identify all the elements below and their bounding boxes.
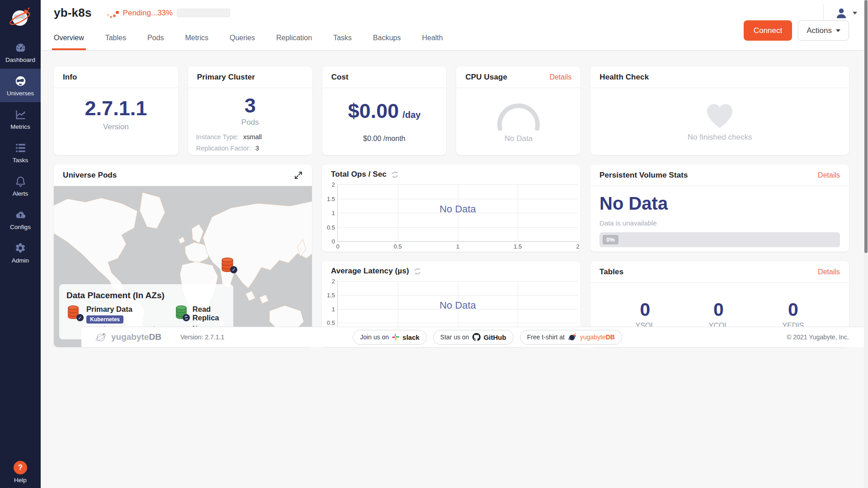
total-ops-plot: 2 1.5 1 0.5 0 0 0.5 1 1.5 2 No Data — [337, 184, 578, 242]
actions-dropdown-button[interactable]: Actions — [798, 20, 849, 41]
sidebar-item-label: Alerts — [13, 190, 28, 197]
overview-content: Info 2.7.1.1 Version Primary Cluster 3 P… — [41, 51, 868, 347]
yugabyte-footer-logo-icon — [94, 331, 107, 343]
pending-label: Pending...33% — [123, 9, 173, 18]
universe-tabs: Overview Tables Pods Metrics Queries Rep… — [41, 26, 868, 51]
main-area: yb-k8s Pending...33% Overview Tables Pod… — [41, 0, 868, 347]
sidebar-item-label: Dashboard — [5, 56, 35, 63]
globe-icon — [14, 75, 27, 87]
refresh-icon[interactable] — [391, 171, 399, 178]
slack-icon — [392, 333, 399, 341]
yugabyte-logo[interactable] — [0, 0, 41, 35]
version-label: Version — [103, 122, 129, 131]
tab-pods[interactable]: Pods — [147, 26, 164, 50]
gear-icon — [14, 242, 26, 254]
tab-health[interactable]: Health — [422, 26, 443, 50]
card-title: Persistent Volume Stats — [599, 171, 688, 180]
tab-queries[interactable]: Queries — [230, 26, 255, 50]
task-list-icon — [14, 141, 27, 154]
pending-status: Pending...33% — [106, 7, 231, 19]
sidebar-item-label: Admin — [12, 257, 29, 264]
card-title: Tables — [599, 267, 623, 277]
tab-replication[interactable]: Replication — [276, 26, 312, 50]
heart-icon — [704, 101, 736, 129]
card-title: Health Check — [599, 73, 649, 82]
instance-type-row: Instance Type: xsmall — [196, 133, 304, 141]
tab-metrics[interactable]: Metrics — [185, 26, 208, 50]
footer: yugabyteDB Version: 2.7.1.1 Join us on s… — [81, 327, 868, 347]
actions-caret-icon — [836, 29, 840, 32]
chart-title: Average Latency (µs) — [331, 267, 409, 276]
refresh-icon[interactable] — [414, 267, 421, 275]
vertical-scrollbar[interactable] — [864, 0, 868, 488]
user-avatar-icon[interactable] — [835, 6, 848, 20]
connect-button[interactable]: Connect — [744, 20, 792, 41]
dashboard-gauge-icon — [14, 41, 27, 54]
cost-per-month: $0.00 /month — [363, 135, 405, 143]
slack-badge[interactable]: Join us on slack — [353, 330, 426, 345]
sidebar-item-configs[interactable]: Configs — [0, 202, 41, 236]
kubernetes-badge: Kubernetes — [86, 315, 123, 324]
pending-progress-bar — [177, 9, 230, 17]
chart-no-data-text: No Data — [439, 203, 476, 215]
cloud-upload-icon — [14, 208, 27, 221]
primary-data-label: Primary Data — [86, 305, 158, 314]
footer-copyright: © 2021 Yugabyte, Inc. — [787, 333, 849, 341]
persistent-volume-card: Persistent Volume Stats Details No Data … — [590, 164, 849, 252]
yedis-stat: 0 YEDIS — [782, 300, 804, 330]
cpu-usage-card: CPU Usage Details No Data — [456, 66, 580, 155]
tab-backups[interactable]: Backups — [373, 26, 401, 50]
sidebar-item-universes[interactable]: Universes — [0, 69, 41, 102]
planet-rocket-logo-icon — [8, 5, 33, 30]
ysql-stat: 0 YSQL — [636, 300, 655, 330]
pod-map-marker[interactable]: ✓ — [220, 257, 236, 273]
sidebar-item-label: Tasks — [13, 157, 28, 164]
tab-tasks[interactable]: Tasks — [333, 26, 352, 50]
github-icon — [472, 333, 481, 341]
sidebar-item-metrics[interactable]: Metrics — [0, 102, 41, 136]
bell-icon — [14, 175, 27, 188]
card-title: Cost — [331, 73, 349, 82]
tab-overview[interactable]: Overview — [54, 26, 84, 50]
sync-badge-icon — [183, 314, 190, 321]
chart-title: Total Ops / Sec — [331, 170, 387, 179]
actions-label: Actions — [807, 26, 832, 35]
header-divider — [823, 4, 824, 22]
user-menu-caret-icon[interactable] — [853, 12, 857, 14]
cpu-gauge-icon — [494, 103, 543, 131]
expand-icon[interactable] — [294, 171, 303, 180]
tables-details-link[interactable]: Details — [818, 268, 840, 276]
loading-dots-icon — [106, 7, 119, 19]
replication-factor-row: Replication Factor: 3 — [196, 145, 304, 152]
volume-unavailable-text: Data is unavailable — [599, 219, 840, 227]
scrollbar-thumb[interactable] — [864, 0, 868, 253]
sidebar-item-admin[interactable]: Admin — [0, 236, 41, 269]
card-title: Info — [63, 73, 77, 82]
line-chart-icon — [14, 108, 27, 121]
chart-no-data-text: No Data — [439, 300, 476, 311]
data-placement-title: Data Placement (In AZs) — [66, 291, 226, 300]
yugabyte-badge-logo-icon — [568, 333, 577, 342]
universe-title: yb-k8s — [54, 6, 92, 20]
check-badge-icon: ✓ — [76, 314, 84, 321]
github-badge[interactable]: Star us on GitHub — [433, 330, 514, 345]
sidebar-item-label: Configs — [10, 224, 31, 230]
sidebar-item-tasks[interactable]: Tasks — [0, 136, 41, 169]
pods-label: Pods — [241, 118, 259, 127]
cpu-details-link[interactable]: Details — [549, 73, 571, 81]
volume-no-data-text: No Data — [599, 193, 840, 214]
card-title: Universe Pods — [63, 171, 117, 180]
cost-per-day-unit: /day — [402, 110, 420, 120]
sidebar-item-help[interactable]: ? Help — [0, 461, 41, 483]
tab-tables[interactable]: Tables — [105, 26, 126, 50]
volume-details-link[interactable]: Details — [818, 171, 840, 179]
tshirt-badge[interactable]: Free t-shirt at yugabyteDB — [520, 330, 622, 345]
footer-brand: yugabyteDB — [94, 331, 161, 343]
total-ops-chart-card: Total Ops / Sec 2 1.5 1 0.5 0 0 0.5 1 — [322, 164, 580, 252]
sidebar-item-label: Metrics — [10, 123, 30, 130]
health-check-card: Health Check No finished checks — [590, 66, 849, 155]
card-title: Primary Cluster — [197, 73, 255, 82]
sidebar-item-alerts[interactable]: Alerts — [0, 169, 41, 202]
sidebar-item-dashboard[interactable]: Dashboard — [0, 35, 41, 69]
world-map[interactable]: ✓ Data Placement (In AZs) — [54, 186, 312, 347]
